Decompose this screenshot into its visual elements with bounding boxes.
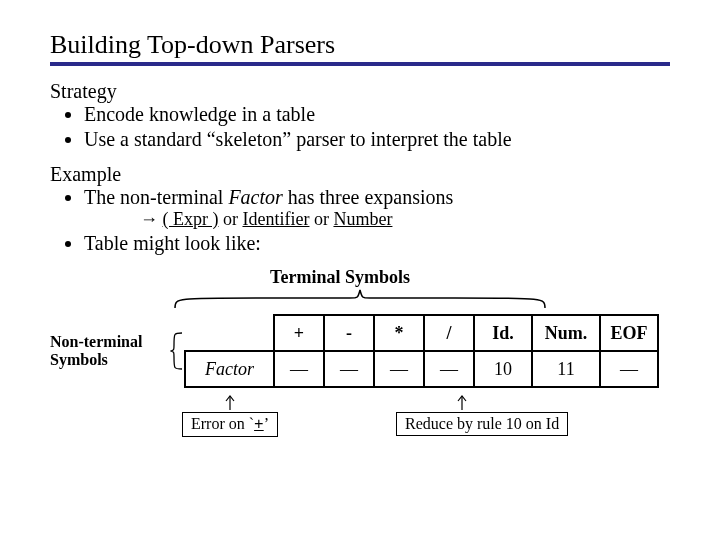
row-factor: Factor <box>185 351 274 387</box>
title-underline <box>50 62 670 66</box>
col-star: * <box>374 315 424 351</box>
col-eof: EOF <box>600 315 658 351</box>
slide-title: Building Top-down Parsers <box>50 30 670 60</box>
expansion-line: → ( Expr ) or Identifier or Number <box>140 209 670 230</box>
strategy-list: Encode knowledge in a table Use a standa… <box>50 103 670 153</box>
alt-1: ( Expr ) <box>163 209 219 229</box>
parse-table: + - * / Id. Num. EOF Factor — — — — 10 1… <box>184 314 659 388</box>
example-item-2: Table might look like: <box>84 232 670 257</box>
col-plus: + <box>274 315 324 351</box>
nonterminal-symbols-label: Non-terminal Symbols <box>50 333 170 368</box>
strategy-label: Strategy <box>50 80 670 103</box>
text: The non-terminal <box>84 186 228 208</box>
strategy-item: Encode knowledge in a table <box>84 103 670 128</box>
strategy-item: Use a standard “skeleton” parser to inte… <box>84 128 670 153</box>
cell: — <box>424 351 474 387</box>
col-minus: - <box>324 315 374 351</box>
annot-error: Error on `+’ <box>180 394 280 437</box>
annotations: Error on `+’ Reduce by rule 10 on Id <box>180 394 670 437</box>
example-list: The non-terminal Factor has three expans… <box>50 186 670 257</box>
cell: — <box>324 351 374 387</box>
example-label: Example <box>50 163 670 186</box>
cell: — <box>600 351 658 387</box>
or-2: or <box>314 209 329 229</box>
table-row: Factor — — — — 10 11 — <box>185 351 658 387</box>
table-area: Non-terminal Symbols + - * / Id. Num. EO… <box>50 314 670 388</box>
or-1: or <box>223 209 238 229</box>
cell: 10 <box>474 351 532 387</box>
annot-reduce-box: Reduce by rule 10 on Id <box>396 412 568 436</box>
example-item-1: The non-terminal Factor has three expans… <box>84 186 670 232</box>
arrow-up-icon <box>432 394 532 412</box>
factor-word: Factor <box>228 186 282 208</box>
alt-3: Number <box>333 209 392 229</box>
col-num: Num. <box>532 315 600 351</box>
col-id: Id. <box>474 315 532 351</box>
plus-token: + <box>254 416 264 434</box>
brace-top <box>170 288 670 310</box>
col-slash: / <box>424 315 474 351</box>
brace-left <box>170 331 184 371</box>
text: ’ <box>264 415 269 432</box>
table-header-row: + - * / Id. Num. EOF <box>185 315 658 351</box>
annot-error-box: Error on `+’ <box>182 412 278 437</box>
cell: — <box>374 351 424 387</box>
corner-cell <box>185 315 274 351</box>
annot-reduce: Reduce by rule 10 on Id <box>396 394 568 436</box>
cell: — <box>274 351 324 387</box>
arrow-up-icon <box>180 394 280 412</box>
cell: 11 <box>532 351 600 387</box>
arrow-icon: → <box>140 209 158 229</box>
terminal-symbols-label: Terminal Symbols <box>150 267 530 288</box>
text: has three expansions <box>283 186 454 208</box>
alt-2: Identifier <box>242 209 309 229</box>
text: Error on ` <box>191 415 254 432</box>
